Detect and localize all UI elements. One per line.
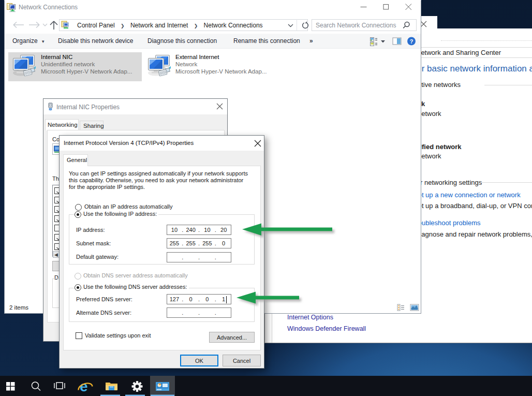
svg-text:?: ? bbox=[410, 38, 413, 45]
